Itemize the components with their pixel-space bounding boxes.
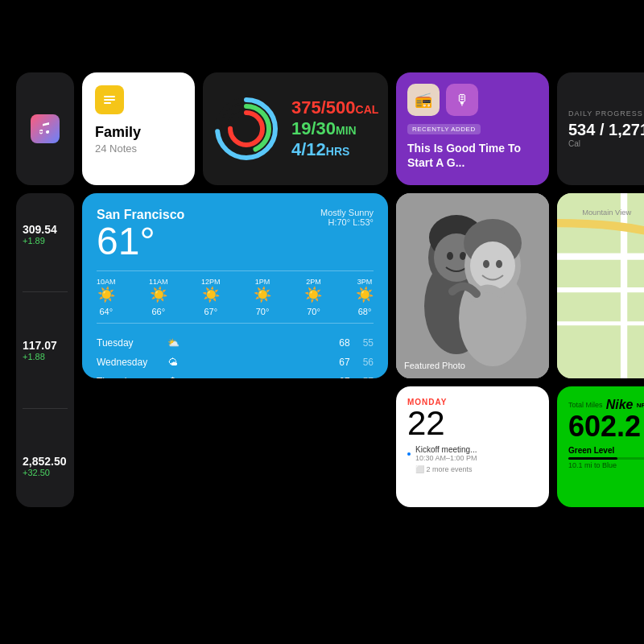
running-progress-bg — [568, 457, 644, 460]
svg-rect-1 — [104, 96, 115, 97]
notes-title: Family — [95, 124, 182, 141]
weather-hour-3: 12PM☀️67° — [201, 278, 221, 316]
svg-point-26 — [483, 260, 489, 268]
stock-item-3: 2,852.50 +32.50 — [23, 455, 68, 477]
weather-row-thu: Thursday 🌤 6757 — [97, 372, 374, 378]
map-svg: Mountain View 280 Cupertino Saratoga — [557, 193, 644, 378]
map-widget[interactable]: Mountain View 280 Cupertino Saratoga — [557, 193, 644, 378]
svg-text:📻: 📻 — [415, 91, 433, 109]
stock-value-3: 2,852.50 — [23, 455, 68, 468]
weather-hour-6: 3PM☀️68° — [356, 278, 374, 316]
photo-placeholder: Featured Photo — [396, 193, 549, 378]
activity-stats: 375/500CAL 19/30MIN 4/12HRS — [291, 97, 378, 160]
activity-widget[interactable]: 375/500CAL 19/30MIN 4/12HRS MOVE — [203, 72, 388, 185]
calendar-date: 22 — [407, 407, 538, 440]
exercise-stat: 19/30MIN — [291, 118, 378, 139]
stock-change-2: +1.88 — [23, 352, 68, 361]
running-progress-fill — [568, 457, 617, 460]
running-widget[interactable]: Total Miles Nike NRC 602.2 Green Level 1… — [557, 386, 644, 507]
health-widget[interactable]: DAILY PROGRESS 534 / 1,271 Cal 2 cups — [557, 72, 644, 185]
stock-item-2: 117.07 +1.88 — [23, 339, 68, 361]
calendar-more: ⬜ 2 more events — [415, 465, 538, 473]
stock-value-1: 309.54 — [23, 223, 68, 236]
running-miles: 602.2 — [568, 412, 644, 441]
event-dot-1 — [407, 452, 411, 456]
svg-point-25 — [470, 242, 515, 290]
notes-icon — [95, 85, 124, 114]
photo-widget[interactable]: Featured Photo — [396, 193, 549, 378]
running-sub: 10.1 mi to Blue — [568, 461, 644, 469]
health-info: DAILY PROGRESS 534 / 1,271 Cal — [568, 109, 644, 148]
weather-row-wed: Wednesday 🌤 6756 — [97, 353, 374, 372]
weather-daily: Tuesday ⛅ 6855 Wednesday 🌤 6756 Thursday… — [97, 333, 374, 378]
weather-row-tue: Tuesday ⛅ 6855 — [97, 333, 374, 353]
running-label: Total Miles — [568, 401, 603, 409]
notes-subtitle: 24 Notes — [95, 142, 182, 155]
weather-hourly: 10AM☀️64° 11AM☀️66° 12PM☀️67° 1PM☀️70° 2… — [97, 270, 374, 324]
podcast-app-icon: 📻 — [407, 84, 440, 116]
notes-widget[interactable]: Family 24 Notes — [82, 72, 195, 185]
stock-value-2: 117.07 — [23, 339, 68, 352]
weather-description: Mostly Sunny — [320, 208, 374, 217]
activity-ring — [214, 97, 279, 161]
stocks-widget[interactable]: 309.54 +1.89 117.07 +1.88 2,852.50 +32.5… — [16, 193, 74, 507]
svg-point-27 — [496, 260, 502, 268]
podcast-mic-icon: 🎙 — [446, 84, 478, 116]
stock-change-1: +1.89 — [23, 236, 68, 246]
weather-hour-5: 2PM☀️70° — [304, 278, 322, 316]
podcast-widget[interactable]: 📻 🎙 RECENTLY ADDED This Is Good Time To … — [396, 72, 549, 185]
weather-temp: 61° — [97, 222, 184, 261]
calendar-event-1: Kickoff meeting... 10:30 AM–1:00 PM — [407, 445, 538, 462]
svg-rect-2 — [104, 99, 115, 101]
nrc-label: NRC — [637, 402, 644, 409]
svg-text:Mountain View: Mountain View — [582, 208, 631, 217]
event-title-1: Kickoff meeting... — [415, 445, 477, 454]
move-stat: 375/500CAL — [291, 97, 378, 118]
event-time-1: 10:30 AM–1:00 PM — [415, 454, 477, 462]
stock-change-3: +32.50 — [23, 468, 68, 477]
health-value: 534 / 1,271 — [568, 121, 644, 139]
running-level: Green Level — [568, 446, 644, 455]
stand-stat: 4/12HRS — [291, 139, 378, 160]
svg-rect-3 — [104, 102, 111, 104]
weather-hour-2: 11AM☀️66° — [149, 278, 168, 316]
music-widget[interactable] — [16, 72, 74, 185]
weather-hi-lo: H:70° L:53° — [320, 217, 374, 227]
health-unit: Cal — [568, 139, 644, 148]
weather-hour-1: 10AM☀️64° — [97, 278, 116, 316]
music-icon — [31, 114, 60, 143]
podcast-title: This Is Good Time To Start A G... — [407, 141, 538, 170]
weather-hour-4: 1PM☀️70° — [254, 278, 271, 316]
calendar-widget[interactable]: MONDAY 22 Kickoff meeting... 10:30 AM–1:… — [396, 386, 549, 507]
weather-widget[interactable]: San Francisco 61° Mostly Sunny H:70° L:5… — [82, 193, 388, 378]
photo-label: Featured Photo — [404, 361, 465, 370]
stock-item-1: 309.54 +1.89 — [23, 223, 68, 246]
svg-point-20 — [447, 252, 453, 260]
health-label: DAILY PROGRESS — [568, 109, 644, 118]
podcast-recently-added: RECENTLY ADDED — [407, 124, 481, 134]
